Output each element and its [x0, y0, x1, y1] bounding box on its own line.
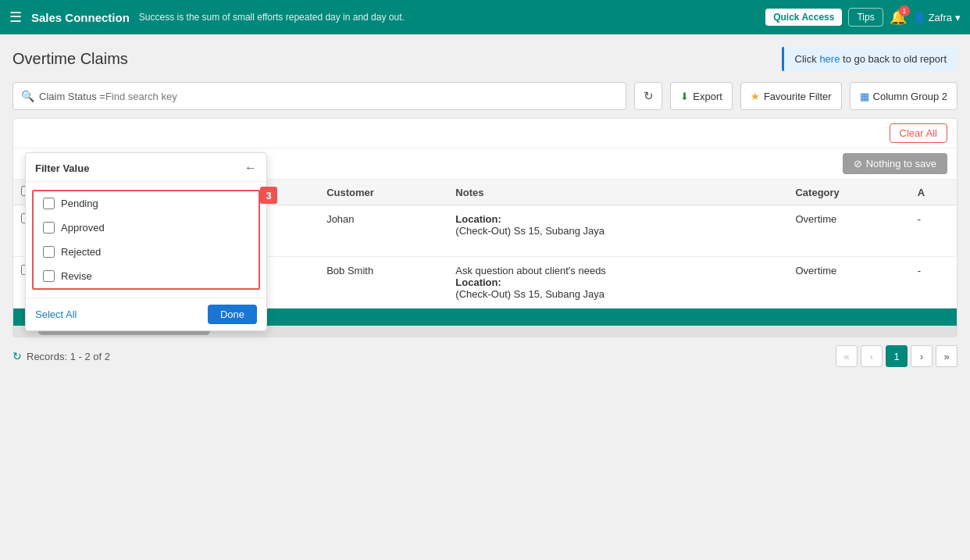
- filter-option-rejected[interactable]: Rejected: [34, 240, 259, 264]
- row-category-cell: Overtime: [787, 257, 909, 309]
- quick-access-button[interactable]: Quick Access: [765, 9, 842, 26]
- notification-badge: 1: [899, 5, 910, 16]
- filter-label-approved: Approved: [61, 222, 105, 234]
- row-customer: Johan: [326, 213, 354, 225]
- search-input-wrapper: 🔍 Claim Status =: [12, 82, 626, 110]
- nothing-to-save-button[interactable]: ⊘ Nothing to save: [843, 153, 947, 174]
- header-motto: Success is the sum of small efforts repe…: [139, 12, 756, 23]
- col-notes: Notes: [448, 180, 787, 205]
- col-extra: A: [910, 180, 957, 205]
- filter-checkbox-pending[interactable]: [43, 198, 55, 209]
- old-report-text: Click: [795, 53, 820, 65]
- last-page-button[interactable]: »: [936, 345, 958, 367]
- row-customer-cell: Bob Smith: [319, 257, 448, 309]
- old-report-link[interactable]: here: [819, 53, 840, 65]
- pagination-controls: « ‹ 1 › »: [836, 345, 958, 367]
- records-refresh-icon[interactable]: ↻: [12, 350, 22, 362]
- filter-options-bordered: Pending Approved Rejected Revise: [32, 190, 260, 290]
- page-title-row: Overtime Claims Click here to go back to…: [12, 47, 958, 71]
- records-info: ↻ Records: 1 - 2 of 2: [12, 350, 110, 362]
- row-notes-label: Location:: [455, 276, 501, 288]
- page-content: Overtime Claims Click here to go back to…: [0, 34, 970, 337]
- search-tag: Claim Status =: [39, 91, 105, 102]
- star-icon: ★: [751, 91, 760, 102]
- filter-label-revise: Revise: [61, 270, 92, 282]
- col-category: Category: [787, 180, 909, 205]
- current-page-button[interactable]: 1: [886, 345, 908, 367]
- search-icon: 🔍: [21, 90, 34, 102]
- filter-checkbox-rejected[interactable]: [43, 246, 55, 258]
- nothing-to-save-label: Nothing to save: [866, 158, 936, 169]
- export-icon: ⬇: [680, 91, 689, 102]
- row-category: Overtime: [795, 213, 836, 225]
- col-actions-row: Clear All: [13, 119, 957, 148]
- old-report-banner: Click here to go back to old report: [782, 47, 958, 71]
- filter-back-button[interactable]: ←: [244, 161, 257, 175]
- select-all-button[interactable]: Select All: [35, 309, 77, 320]
- filter-options: Pending Approved Rejected Revise 3: [26, 182, 266, 298]
- row-extra-cell: -: [910, 205, 957, 257]
- first-page-icon: «: [843, 351, 849, 362]
- page-title: Overtime Claims: [12, 50, 128, 68]
- export-button[interactable]: ⬇ Export: [670, 82, 733, 110]
- old-report-suffix: to go back to old report: [840, 53, 947, 65]
- row-notes-label: Location:: [455, 213, 501, 225]
- app-title: Sales Connection: [31, 11, 130, 24]
- row-customer: Bob Smith: [326, 265, 373, 276]
- notification-bell[interactable]: 🔔 1: [890, 9, 907, 26]
- filter-label-rejected: Rejected: [61, 246, 101, 258]
- prev-page-button[interactable]: ‹: [861, 345, 883, 367]
- filter-dropdown: Filter Value ← Pending Approved Rejected: [25, 152, 267, 331]
- chevron-down-icon: ▾: [955, 12, 961, 23]
- filter-label-pending: Pending: [61, 198, 98, 209]
- tips-button[interactable]: Tips: [848, 8, 883, 27]
- done-button[interactable]: Done: [208, 305, 257, 324]
- row-category: Overtime: [795, 265, 836, 276]
- refresh-button[interactable]: ↻: [634, 82, 662, 110]
- favourite-filter-button[interactable]: ★ Favourite Filter: [740, 82, 842, 110]
- save-icon: ⊘: [854, 158, 862, 169]
- column-group-button[interactable]: ▦ Column Group 2: [850, 82, 958, 110]
- column-group-icon: ▦: [860, 91, 869, 102]
- prev-page-icon: ‹: [870, 351, 873, 362]
- filter-option-pending[interactable]: Pending: [34, 191, 259, 216]
- next-page-icon: ›: [920, 351, 923, 362]
- filter-footer: Select All Done: [26, 298, 266, 330]
- row-customer-cell: Johan: [319, 205, 448, 257]
- filter-checkbox-approved[interactable]: [43, 222, 55, 234]
- row-notes-text: (Check-Out) Ss 15, Subang Jaya: [455, 225, 604, 237]
- user-icon: 👤: [913, 12, 925, 23]
- menu-icon[interactable]: ☰: [9, 9, 22, 26]
- search-input[interactable]: [105, 91, 618, 102]
- clear-all-button[interactable]: Clear All: [890, 123, 947, 143]
- user-menu[interactable]: 👤 Zafra ▾: [913, 12, 961, 23]
- row-notes-main: Ask question about client's needs: [455, 265, 606, 276]
- records-text: Records: 1 - 2 of 2: [27, 351, 110, 362]
- app-header: ☰ Sales Connection Success is the sum of…: [0, 0, 970, 34]
- filter-title: Filter Value: [35, 162, 89, 174]
- first-page-button[interactable]: «: [836, 345, 858, 367]
- row-notes-cell: Location: (Check-Out) Ss 15, Subang Jaya: [448, 205, 787, 257]
- header-actions: Quick Access Tips 🔔 1 👤 Zafra ▾: [765, 8, 961, 27]
- row-notes-cell: Ask question about client's needs Locati…: [448, 257, 787, 309]
- filter-header: Filter Value ←: [26, 153, 266, 182]
- row-category-cell: Overtime: [787, 205, 909, 257]
- export-label: Export: [693, 91, 722, 102]
- col-customer: Customer: [319, 180, 448, 205]
- filter-option-revise[interactable]: Revise: [34, 264, 259, 288]
- col-group-label: Column Group 2: [873, 91, 947, 102]
- search-bar: 🔍 Claim Status = ↻ ⬇ Export ★ Favourite …: [12, 82, 958, 110]
- filter-option-approved[interactable]: Approved: [34, 216, 259, 240]
- next-page-button[interactable]: ›: [911, 345, 933, 367]
- row-extra-cell: -: [910, 257, 957, 309]
- refresh-icon: ↻: [644, 89, 654, 103]
- last-page-icon: »: [943, 351, 949, 362]
- filter-badge: 3: [260, 187, 277, 204]
- row-notes-text: (Check-Out) Ss 15, Subang Jaya: [455, 288, 604, 300]
- fav-filter-label: Favourite Filter: [764, 91, 832, 102]
- filter-checkbox-revise[interactable]: [43, 270, 55, 282]
- pagination-bar: ↻ Records: 1 - 2 of 2 « ‹ 1 › »: [0, 337, 970, 375]
- user-name: Zafra: [929, 12, 952, 23]
